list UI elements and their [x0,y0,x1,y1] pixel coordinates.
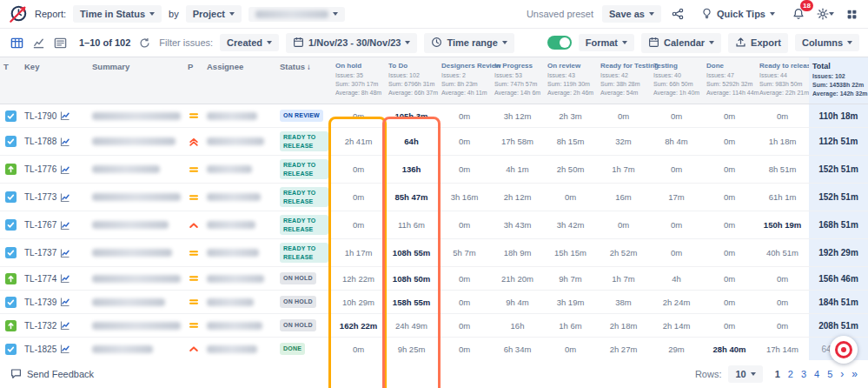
issue-chart-icon[interactable] [60,137,70,147]
total-column-header[interactable]: Total Issues: 102 Sum: 14538h 22m Averag… [809,57,868,104]
page-1-current[interactable]: 1 [775,369,780,379]
toggle-switch[interactable] [547,36,572,50]
table-row[interactable]: TL-1790ON REVIEW0m105h 3m0m3h 12m2h 3m0m… [0,104,868,128]
settings-gear-icon[interactable] [815,6,836,22]
total-cell: 192h 29m [809,239,868,266]
calendar-icon [648,37,659,50]
issue-chart-icon[interactable] [60,273,70,284]
filter-created-select[interactable]: Created [220,34,279,51]
page-5-button[interactable]: 5 [827,369,832,379]
apps-grid-icon[interactable] [845,7,859,22]
export-button[interactable]: Export [728,33,788,53]
notifications-bell-icon[interactable]: 18 [791,6,806,22]
time-cell-on-review: 0m [544,345,597,354]
time-cell-designers-review: 0m [438,111,491,121]
column-header-priority[interactable]: P [184,57,203,104]
list-view-icon[interactable] [52,35,69,51]
time-cell-testing: 2h 24m [650,298,703,307]
table-row[interactable]: TL-1732ON HOLD162h 22m24h 49m0m16h1h 6m2… [0,314,868,338]
column-header-testing[interactable]: TestingIssues: 40Sum: 66h 50mAverage: 1h… [650,57,703,104]
column-header-summary[interactable]: Summary [89,57,184,104]
issue-type-story-icon [0,320,21,331]
issue-chart-icon[interactable] [60,320,70,331]
table-row[interactable]: TL-1776READY TO RELEASE0m136h0m4h 1m2h 5… [0,156,868,184]
column-header-on-review[interactable]: On reviewIssues: 43Sum: 119h 30mAverage:… [544,57,597,104]
table-row[interactable]: TL-1737READY TO RELEASE1h 17m108h 55m5h … [0,239,868,267]
time-cell-ready-for-testing: 2h 27m [597,345,650,354]
column-header-done[interactable]: DoneIssues: 47Sum: 5292h 32mAverage: 114… [703,57,756,104]
date-range-select[interactable]: 1/Nov/23 - 30/Nov/23 [286,33,417,53]
time-cell-in-progress: 9h 4m [491,298,544,307]
column-header-status[interactable]: Status↓ [276,57,332,104]
column-header-in-progress[interactable]: In ProgressIssues: 53Sum: 747h 57mAverag… [491,57,544,104]
column-header-to-do[interactable]: To DoIssues: 102Sum: 6796h 31mAverage: 6… [385,57,438,104]
column-header-type[interactable]: T [0,57,21,104]
column-header-key[interactable]: Key [21,57,89,104]
issue-key[interactable]: TL-1739 [24,298,56,307]
page-2-button[interactable]: 2 [788,369,793,379]
time-range-select[interactable]: Time range [424,33,514,53]
issue-chart-icon[interactable] [60,220,70,231]
table-row[interactable]: TL-1774ON HOLD12h 22m108h 50m0m21h 20m9h… [0,267,868,291]
report-table: T Key Summary P Assignee Status↓ On hold… [0,57,868,361]
time-cell-ready-to-release: 0m [756,321,809,331]
issue-chart-icon[interactable] [60,164,70,175]
time-cell-designers-review: 0m [438,298,491,307]
chevron-down-icon [770,12,775,16]
next-page-button[interactable]: › [840,368,844,380]
report-type-select[interactable]: Time in Status [73,5,162,23]
assignee-redacted [207,165,252,173]
table-row[interactable]: TL-1773READY TO RELEASE0m85h 47m3h 16m2h… [0,184,868,211]
time-cell-in-progress: 16h [491,321,544,331]
issue-chart-icon[interactable] [60,344,70,354]
column-header-ready-to-release[interactable]: Ready to releaseIssues: 44Sum: 983h 50mA… [756,57,809,104]
time-cell-done: 0m [703,137,756,146]
priority-medium-icon [184,110,203,121]
issue-key[interactable]: TL-1825 [24,345,56,354]
issue-key[interactable]: TL-1776 [24,164,56,174]
issue-key[interactable]: TL-1790 [24,111,56,121]
page-3-button[interactable]: 3 [801,369,806,379]
columns-select[interactable]: Columns [795,34,859,51]
column-header-on-hold[interactable]: On holdIssues: 35Sum: 307h 17mAverage: 8… [332,57,385,104]
share-icon[interactable] [670,6,686,22]
refresh-icon[interactable] [137,36,152,50]
issue-chart-icon[interactable] [60,192,70,203]
page-4-button[interactable]: 4 [814,369,819,379]
last-page-button[interactable]: » [851,368,858,380]
rows-label: Rows: [695,369,722,379]
quick-tips-button[interactable]: Quick Tips [694,4,782,24]
issue-chart-icon[interactable] [60,248,70,258]
issue-key[interactable]: TL-1737 [24,248,56,258]
chart-view-icon[interactable] [30,35,47,51]
rows-per-page-select[interactable]: 10 [728,365,762,383]
time-cell-on-review: 1h 6m [544,321,597,331]
issue-key[interactable]: TL-1732 [24,321,56,331]
send-feedback-button[interactable]: Send Feedback [10,368,94,381]
time-cell-done: 0m [703,220,756,230]
issue-chart-icon[interactable] [60,297,70,307]
table-row[interactable]: TL-1788READY TO RELEASE2h 41m64h0m17h 58… [0,128,868,156]
column-header-designers-review[interactable]: Designers ReviewIssues: 2Sum: 8h 23mAver… [438,57,491,104]
issue-chart-icon[interactable] [60,110,70,121]
project-select-redacted[interactable] [248,7,345,22]
issue-key[interactable]: TL-1774 [24,274,56,284]
save-as-button[interactable]: Save as [602,5,661,23]
table-row[interactable]: TL-1825DONE0m9h 25m0m6h 34m0m2h 27m29m28… [0,338,868,361]
table-view-icon[interactable] [9,35,25,51]
priority-medium-icon [184,192,203,203]
format-select[interactable]: Format [579,34,634,51]
column-header-assignee[interactable]: Assignee [203,57,276,104]
issue-key[interactable]: TL-1788 [24,137,56,146]
issue-key[interactable]: TL-1767 [24,220,56,230]
table-row[interactable]: TL-1739ON HOLD10h 29m158h 55m0m9h 4m3h 1… [0,291,868,314]
time-cell-in-progress: 21h 20m [491,274,544,284]
product-tour-bullseye-button[interactable] [830,336,858,364]
issue-key[interactable]: TL-1773 [24,192,56,202]
table-row[interactable]: TL-1767READY TO RELEASE0m11h 6m0m3h 43m3… [0,211,868,239]
column-header-ready-for-testing[interactable]: Ready for TestingIssues: 42Sum: 38h 28mA… [597,57,650,104]
group-by-select[interactable]: Project [186,5,242,23]
total-cell: 110h 18m [809,104,868,127]
calendar-select[interactable]: Calendar [641,33,721,53]
feedback-bubble-icon [10,368,22,381]
